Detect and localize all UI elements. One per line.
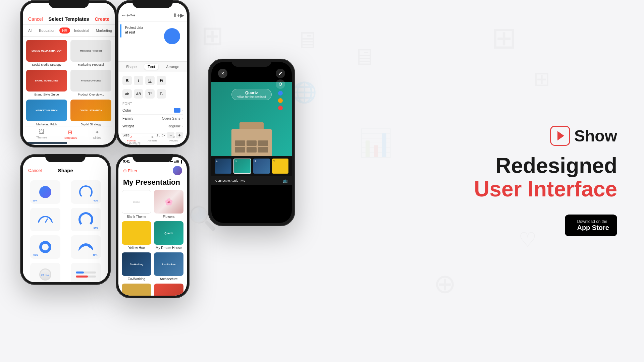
connect-appletv-bar[interactable]: Connect to Apple TV's 📺: [211, 176, 292, 185]
template-architecture[interactable]: Architecture Architecture: [154, 252, 183, 281]
nav-format[interactable]: A Format: [127, 135, 136, 142]
presentation-title: My Presentation: [118, 178, 187, 190]
scroll-indicator: [120, 24, 121, 38]
gauge-shape: [38, 216, 53, 223]
font-family-row[interactable]: Family Open Sans ›: [122, 115, 183, 122]
blue-color-dot[interactable]: [278, 91, 283, 96]
template-more2[interactable]: [154, 284, 183, 296]
themes-icon: 🖼: [39, 129, 44, 135]
back-button[interactable]: ←: [121, 12, 126, 18]
phone3-notch: [45, 154, 86, 162]
app-store-button[interactable]: Download on the App Store: [565, 215, 617, 236]
shape-half-donut-item[interactable]: 50%: [67, 235, 104, 259]
tab-text[interactable]: Text: [144, 64, 158, 70]
arc-shape: [79, 185, 93, 199]
battery-icon: ▐: [180, 160, 182, 163]
right-content-area: Show Redesigned User Interface Download …: [474, 126, 617, 236]
thumb-2[interactable]: 2: [233, 159, 252, 174]
tab-arrange[interactable]: Arrange: [163, 64, 182, 70]
chevron-icon-3: ›: [182, 124, 183, 128]
shape-dial-item[interactable]: 10 : 10: [27, 263, 63, 282]
template-co-working[interactable]: Co-Working Co-Working: [122, 252, 151, 281]
phone-shape: Cancel Shape 50% 40%: [20, 154, 111, 285]
filter-button[interactable]: ⊖ Filter: [123, 168, 138, 173]
shape-header: Cancel Shape: [23, 164, 108, 176]
shape-arc2-item[interactable]: 36%: [67, 208, 104, 231]
thumb-3[interactable]: 3: [253, 159, 270, 174]
italic-button[interactable]: I: [134, 76, 143, 85]
donut-shape: [39, 241, 51, 253]
user-avatar[interactable]: [173, 166, 182, 175]
phone-notch: [49, 0, 89, 8]
laser-button[interactable]: [276, 79, 285, 89]
template-digital-strategy[interactable]: DIGITAL STRATEGY Digital Strategy: [70, 100, 111, 126]
app-logo: Show: [474, 126, 617, 146]
close-presentation-button[interactable]: ✕: [218, 69, 227, 78]
template-marketing-proposal[interactable]: Marketing Proposal Marketing Proposal: [70, 40, 111, 66]
underline-button[interactable]: U: [145, 76, 155, 85]
nav-review[interactable]: ⊙ Review: [169, 135, 178, 142]
slide-canvas[interactable]: Protect data at rest: [118, 21, 187, 62]
thumb-4[interactable]: 4: [272, 159, 289, 174]
template-product-overview[interactable]: Product Overview Product Overview...: [70, 70, 111, 96]
tab-industrial[interactable]: Industrial: [71, 27, 92, 34]
phone3-screen: Cancel Shape 50% 40%: [23, 157, 108, 282]
add-button[interactable]: +: [177, 12, 180, 18]
footer-slides[interactable]: ✦ Slides: [93, 129, 101, 139]
dial-shape: 10 : 10: [39, 268, 51, 281]
thumb-1[interactable]: 1: [215, 159, 231, 174]
filter-icon: ⊖: [123, 168, 127, 173]
template-marketing-pitch[interactable]: MARKETING PITCH Marketing Pitch: [26, 100, 67, 126]
shape-circle-item[interactable]: 50%: [27, 180, 63, 204]
tab-education[interactable]: Education: [36, 27, 58, 34]
chevron-icon: ›: [182, 109, 183, 112]
play-button[interactable]: ▶: [180, 12, 184, 18]
subscript-button[interactable]: T₂: [157, 89, 166, 99]
pencil-button[interactable]: [276, 69, 285, 78]
template-blank-theme[interactable]: Blank Blank Theme: [122, 190, 151, 219]
shape-progress-item[interactable]: [67, 263, 104, 282]
uppercase-button[interactable]: AB: [134, 89, 143, 99]
font-weight-row[interactable]: Weight Regular ›: [122, 122, 183, 130]
template-more1[interactable]: [122, 284, 151, 296]
phone-text-editor: ← ↩ ↪ ⬆ + ▶ Protect data at rest Shape T…: [116, 0, 190, 147]
template-brand-style[interactable]: BRAND GUIDELINES Brand Style Guide: [26, 70, 67, 96]
tab-hr[interactable]: HR: [59, 27, 70, 34]
shape-gauge-item[interactable]: [27, 208, 63, 231]
bg-deco-11: ⊕: [434, 268, 456, 299]
strikethrough-button[interactable]: S: [157, 76, 166, 85]
redo-button[interactable]: ↪: [131, 12, 135, 18]
phone2-notch: [132, 0, 173, 8]
tab-all[interactable]: All: [25, 27, 35, 34]
template-flowers[interactable]: 🌸 Flowers: [154, 190, 183, 219]
shape-arc-item[interactable]: 40%: [67, 180, 104, 204]
font-color-row[interactable]: Color ›: [122, 106, 183, 115]
tab-shape[interactable]: Shape: [123, 64, 140, 70]
shape-donut-item[interactable]: 50%: [27, 235, 63, 259]
template-my-dream-house[interactable]: Quartz My Dream House: [154, 221, 183, 250]
lowercase-button[interactable]: ab: [122, 89, 132, 99]
half-donut-shape: [78, 243, 93, 251]
footer-themes[interactable]: 🖼 Themes: [36, 129, 47, 139]
time-display: 9:41: [123, 160, 130, 163]
undo-button[interactable]: ↩: [126, 12, 131, 18]
tab-marketing[interactable]: Marketing: [93, 27, 115, 34]
footer-templates[interactable]: ⊞ Templates: [63, 129, 77, 139]
template-social-media[interactable]: SOCIAL MEDIA STRATEGY Social Media Strat…: [26, 40, 67, 66]
superscript-button[interactable]: T²: [145, 89, 155, 99]
amber-color-dot[interactable]: [278, 98, 283, 103]
shape-cancel-button[interactable]: Cancel: [28, 168, 42, 173]
red-color-dot[interactable]: [278, 106, 283, 110]
phone1-footer-nav: 🖼 Themes ⊞ Templates ✦ Slides: [25, 126, 112, 142]
template-category-tabs: All Education HR Industrial Marketing F: [23, 25, 115, 37]
nav-animate[interactable]: ▶ Animate: [148, 135, 157, 142]
phone1-screen: Cancel Select Templates Create All Educa…: [23, 3, 115, 145]
share-button[interactable]: ⬆: [173, 12, 177, 18]
wifi-icon: wifi: [174, 160, 179, 163]
color-swatch: [174, 108, 180, 113]
appletv-icon: 📺: [283, 178, 288, 183]
template-yellow-hue[interactable]: Yellow Hue: [122, 221, 151, 250]
bold-button[interactable]: B: [122, 76, 132, 85]
cancel-button[interactable]: Cancel: [28, 16, 43, 22]
create-button[interactable]: Create: [95, 16, 109, 22]
